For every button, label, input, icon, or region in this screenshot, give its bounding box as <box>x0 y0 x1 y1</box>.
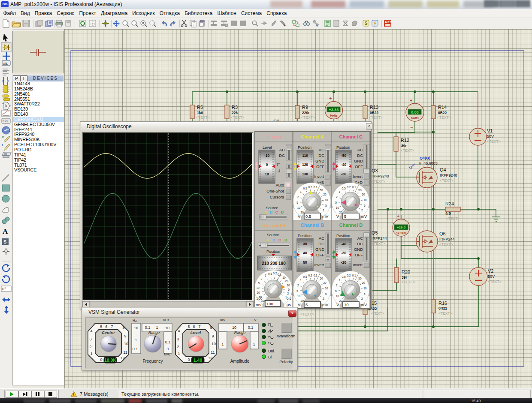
svg-text:2: 2 <box>287 292 289 295</box>
svg-text:V: V <box>298 302 301 307</box>
svg-text:GND: GND <box>315 159 324 163</box>
svg-text:IRFP244: IRFP244 <box>439 237 455 241</box>
svg-text:2: 2 <box>297 284 299 287</box>
svg-text:50: 50 <box>320 189 323 192</box>
svg-text:Position: Position <box>266 250 280 254</box>
svg-text:R13: R13 <box>370 105 378 110</box>
svg-text:Invert: Invert <box>314 263 324 267</box>
svg-text:1: 1 <box>90 352 92 356</box>
svg-text:0.5: 0.5 <box>342 187 345 190</box>
svg-text:10: 10 <box>232 325 236 330</box>
svg-text:4: 4 <box>90 329 92 333</box>
svg-text:5: 5 <box>364 204 366 207</box>
svg-text:3: 3 <box>177 337 179 341</box>
svg-text:V2: V2 <box>488 268 493 274</box>
svg-text:Source: Source <box>266 206 278 210</box>
svg-text:2: 2 <box>323 209 324 212</box>
svg-text:130: 130 <box>302 172 308 176</box>
svg-text:0R22: 0R22 <box>438 306 447 310</box>
svg-text:Channel B: Channel B <box>301 223 324 228</box>
svg-text:B: B <box>272 238 275 242</box>
svg-text:220r: 220r <box>302 111 310 115</box>
svg-text:39r: 39r <box>402 275 407 280</box>
svg-text:IRFP9240: IRFP9240 <box>372 174 389 178</box>
svg-text:<TEXT>: <TEXT> <box>439 242 453 247</box>
svg-text:10: 10 <box>265 172 269 176</box>
svg-text:1.40: 1.40 <box>193 358 203 363</box>
svg-text:0.5: 0.5 <box>287 297 292 301</box>
svg-text:50V: 50V <box>488 274 495 279</box>
svg-text:50: 50 <box>320 277 323 280</box>
svg-text:Invert: Invert <box>314 174 324 179</box>
svg-text:50: 50 <box>358 277 362 280</box>
svg-text:4r0: 4r0 <box>445 211 451 216</box>
svg-text:mV: mV <box>322 302 329 307</box>
svg-text:0.1: 0.1 <box>352 186 356 189</box>
svg-text:<TEXT>: <TEXT> <box>196 115 210 120</box>
svg-text:2: 2 <box>336 195 338 198</box>
svg-text:12: 12 <box>121 356 125 360</box>
svg-text:5: 5 <box>364 292 366 295</box>
svg-text:0.5: 0.5 <box>303 275 307 278</box>
svg-text:0.1: 0.1 <box>165 340 171 344</box>
svg-text:A: A <box>266 238 269 242</box>
svg-text:D: D <box>281 210 284 214</box>
svg-text:R16: R16 <box>438 301 447 306</box>
svg-text:1: 1 <box>156 325 158 330</box>
svg-text:GND: GND <box>315 247 324 252</box>
svg-text:mV: mV <box>322 214 329 219</box>
svg-text:2: 2 <box>261 277 263 280</box>
svg-text:<TEXT>: <TEXT> <box>371 311 384 316</box>
svg-text:<TEXT>: <TEXT> <box>301 115 315 120</box>
svg-text:-20: -20 <box>341 260 347 265</box>
svg-text:5: 5 <box>296 289 298 292</box>
svg-text:6: 6 <box>105 325 107 329</box>
svg-text:0.1: 0.1 <box>314 186 317 189</box>
svg-text:1: 1 <box>339 279 340 282</box>
svg-text:0.1: 0.1 <box>278 273 281 276</box>
svg-text:1k0: 1k0 <box>197 111 203 115</box>
svg-text:Channel D: Channel D <box>339 223 363 228</box>
svg-text:50: 50 <box>282 276 286 279</box>
svg-text:GND: GND <box>354 159 363 163</box>
svg-text:AC Volts: AC Volts <box>396 232 407 234</box>
svg-text:AC: AC <box>357 147 363 152</box>
svg-text:One-Shot: One-Shot <box>266 189 284 193</box>
svg-text:−: − <box>410 124 413 130</box>
svg-text:Invert: Invert <box>353 263 363 267</box>
svg-text:50: 50 <box>303 260 307 265</box>
svg-text:4: 4 <box>178 329 180 333</box>
svg-text:10: 10 <box>363 287 367 290</box>
svg-text:2: 2 <box>361 209 363 212</box>
svg-text:Range: Range <box>148 331 160 335</box>
svg-text:Channel A: Channel A <box>301 134 324 139</box>
svg-text:20: 20 <box>362 193 365 196</box>
svg-text:OFF: OFF <box>355 164 363 169</box>
svg-text:Position: Position <box>336 234 350 238</box>
svg-text:10: 10 <box>287 284 290 287</box>
svg-text:A: A <box>264 210 267 214</box>
svg-text:mV: mV <box>361 214 367 219</box>
svg-text:+3.33: +3.33 <box>329 108 339 112</box>
svg-text:<TEXT>: <TEXT> <box>438 311 452 316</box>
svg-text:20: 20 <box>323 281 326 284</box>
svg-text:0R22: 0R22 <box>370 111 379 115</box>
svg-text:10: 10 <box>134 326 138 330</box>
svg-text:0.1: 0.1 <box>145 325 151 330</box>
svg-text:<TEXT>: <TEXT> <box>231 115 245 120</box>
svg-text:7: 7 <box>111 325 113 329</box>
svg-text:0: 0 <box>266 162 268 167</box>
svg-text:-40: -40 <box>341 162 347 167</box>
svg-text:0.2: 0.2 <box>347 274 351 277</box>
svg-text:<TEXT>: <TEXT> <box>487 139 501 144</box>
svg-text:<TEXT>: <TEXT> <box>488 280 502 284</box>
svg-text:IRFP244: IRFP244 <box>372 236 387 241</box>
svg-text:1: 1 <box>300 279 302 282</box>
svg-text:KHz: KHz <box>163 318 169 322</box>
svg-text:20: 20 <box>257 291 260 294</box>
svg-text:Trigger: Trigger <box>266 134 282 139</box>
svg-text:V: V <box>254 318 257 322</box>
svg-text:AC: AC <box>279 147 285 152</box>
svg-text:120: 120 <box>302 162 308 167</box>
svg-text:V1: V1 <box>487 128 493 133</box>
